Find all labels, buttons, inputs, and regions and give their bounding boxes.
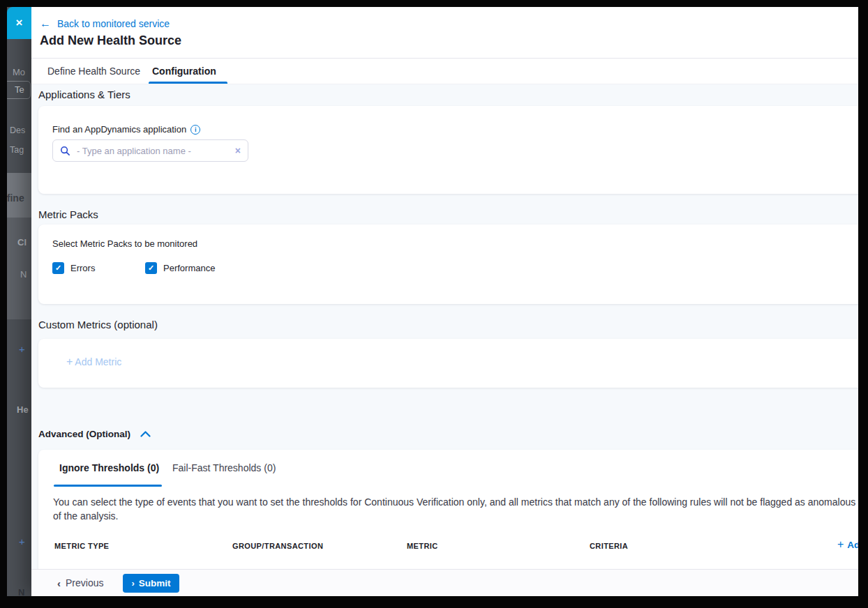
metric-packs-card: Select Metric Packs to be monitored ✓ Er…	[38, 225, 868, 304]
tab-configuration[interactable]: Configuration	[152, 59, 216, 84]
background-fragment-input: Te	[4, 81, 31, 99]
checkbox-label: Performance	[163, 263, 215, 273]
checkbox-label: Errors	[70, 263, 95, 273]
applications-card: Find an AppDynamics application i ×	[38, 106, 868, 194]
plus-icon: +	[66, 356, 73, 368]
page-title: Add New Health Source	[40, 33, 181, 48]
section-title-custom-metrics: Custom Metrics (optional)	[38, 319, 158, 330]
tab-fail-fast-thresholds[interactable]: Fail-Fast Thresholds (0)	[172, 462, 276, 473]
previous-label: Previous	[66, 577, 103, 588]
previous-button[interactable]: ‹ Previous	[57, 577, 103, 589]
column-header-metric-type: METRIC TYPE	[54, 542, 109, 550]
back-to-monitored-service-link[interactable]: ← Back to monitored service	[40, 18, 170, 29]
chevron-up-icon	[140, 431, 151, 437]
wizard-footer: ‹ Previous › Submit	[31, 569, 868, 596]
section-title-applications-tiers: Applications & Tiers	[38, 89, 130, 100]
search-icon	[60, 146, 70, 156]
add-metric-label: Add Metric	[75, 356, 121, 367]
column-header-criteria: CRITERIA	[590, 542, 628, 550]
background-band	[7, 218, 31, 319]
dimmed-background-page: Mo Te Des Tag efine Cl N + He + N	[7, 7, 31, 596]
wizard-tab-bar: Define Health Source Configuration	[31, 59, 868, 84]
background-fragment: He	[17, 404, 29, 415]
background-fragment: Des	[10, 126, 25, 135]
custom-metrics-card: + Add Metric	[38, 339, 868, 388]
background-fragment: N	[20, 269, 27, 280]
active-tab-underline	[149, 82, 227, 84]
plus-icon: +	[837, 538, 844, 551]
configuration-panel: Applications & Tiers Find an AppDynamics…	[31, 84, 868, 569]
background-fragment: Mo	[13, 67, 25, 77]
column-header-group-transaction: GROUP/TRANSACTION	[232, 542, 323, 550]
checkbox-checked-icon[interactable]: ✓	[52, 262, 64, 274]
app-search-label: Find an AppDynamics application	[52, 124, 186, 135]
thresholds-description-line2: of the analysis.	[53, 510, 118, 522]
chevron-left-icon: ‹	[57, 577, 61, 589]
submit-button[interactable]: › Submit	[123, 574, 179, 593]
application-search-box: ×	[52, 139, 248, 162]
thresholds-description-line1: You can select the type of events that y…	[53, 496, 868, 508]
metric-packs-subtitle: Select Metric Packs to be monitored	[52, 238, 197, 249]
section-title-metric-packs: Metric Packs	[38, 208, 98, 220]
background-fragment: +	[19, 535, 25, 547]
advanced-collapse-toggle[interactable]: Advanced (Optional)	[38, 429, 151, 439]
column-header-metric: METRIC	[407, 542, 438, 550]
screen: Mo Te Des Tag efine Cl N + He + N × ← Ba…	[0, 0, 868, 608]
active-tab-underline	[54, 485, 162, 487]
checkbox-performance[interactable]: ✓ Performance	[145, 262, 215, 274]
window-frame-left	[0, 0, 7, 608]
tab-define-health-source[interactable]: Define Health Source	[47, 59, 140, 84]
background-fragment: Tag	[10, 145, 24, 155]
advanced-title: Advanced (Optional)	[38, 429, 130, 439]
drawer-header: ← Back to monitored service Add New Heal…	[31, 7, 868, 59]
back-arrow-icon: ←	[40, 19, 51, 29]
add-metric-button[interactable]: + Add Metric	[66, 356, 121, 368]
add-health-source-drawer: ← Back to monitored service Add New Heal…	[31, 7, 868, 596]
window-frame-top	[0, 0, 868, 7]
submit-label: Submit	[139, 578, 171, 588]
back-link-label: Back to monitored service	[57, 18, 170, 29]
close-drawer-button[interactable]: ×	[7, 7, 31, 39]
chevron-right-icon: ›	[131, 578, 134, 588]
background-fragment: +	[19, 343, 25, 355]
checkbox-checked-icon[interactable]: ✓	[145, 262, 157, 274]
background-fragment: Cl	[17, 237, 27, 248]
info-icon[interactable]: i	[190, 125, 200, 135]
advanced-thresholds-card: Ignore Thresholds (0) Fail-Fast Threshol…	[38, 450, 868, 569]
window-frame-right	[858, 0, 868, 608]
close-icon: ×	[16, 16, 23, 30]
window-frame-bottom	[0, 596, 868, 608]
application-search-input[interactable]	[77, 146, 229, 156]
clear-search-icon[interactable]: ×	[235, 146, 241, 155]
tab-ignore-thresholds[interactable]: Ignore Thresholds (0)	[59, 462, 159, 473]
checkbox-errors[interactable]: ✓ Errors	[52, 262, 95, 274]
